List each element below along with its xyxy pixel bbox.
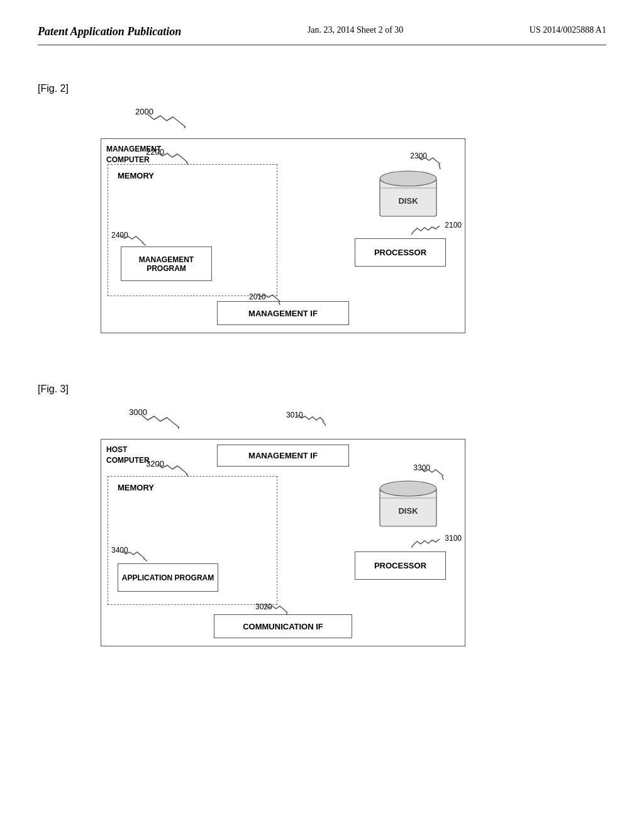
fig2-disk-cylinder: DISK xyxy=(377,169,440,225)
svg-point-5 xyxy=(380,171,436,186)
svg-line-1 xyxy=(186,162,189,168)
page-header: Patent Application Publication Jan. 23, … xyxy=(38,25,606,45)
svg-line-10 xyxy=(178,428,179,434)
fig2-mgmt-if-box: MANAGEMENT IF xyxy=(217,301,349,325)
svg-text:DISK: DISK xyxy=(398,196,418,206)
fig2-processor-number: 2100 xyxy=(445,221,462,230)
fig2-processor-box: PROCESSOR xyxy=(355,238,446,267)
fig3-outer-box: HOSTCOMPUTER MANAGEMENT IF 3200 MEMORY 3 xyxy=(101,439,465,646)
fig2-2300-arrow xyxy=(418,157,443,169)
fig2-label: [Fig. 2] xyxy=(38,83,606,94)
svg-line-11 xyxy=(323,421,326,426)
fig3-3200-arrow xyxy=(157,464,189,480)
fig3-label: [Fig. 3] xyxy=(38,384,606,395)
fig2-2400-arrow xyxy=(121,235,146,248)
figure-2-section: [Fig. 2] 2000 MANAGEMENTCOMPUTER 2200 xyxy=(38,83,606,346)
fig3-app-prog-box: APPLICATION PROGRAM xyxy=(118,563,218,592)
fig3-disk-cylinder: DISK xyxy=(377,479,440,535)
svg-line-3 xyxy=(439,164,440,169)
fig2-2200-arrow xyxy=(157,152,189,168)
fig3-outer-component-label: HOSTCOMPUTER xyxy=(106,445,150,466)
fig3-processor-box: PROCESSOR xyxy=(355,551,446,580)
fig3-mgmt-if-top-box: MANAGEMENT IF xyxy=(217,445,349,467)
fig3-memory-box: 3200 MEMORY 3400 A xyxy=(108,476,277,605)
fig2-memory-box: 2200 MEMORY 2400 M xyxy=(108,164,277,296)
fig3-memory-label: MEMORY xyxy=(118,483,154,492)
fig2-2100-arrow xyxy=(411,226,440,240)
fig3-comm-if-box: COMMUNICATION IF xyxy=(214,614,352,638)
fig3-processor-number: 3100 xyxy=(445,534,462,543)
svg-line-12 xyxy=(186,474,189,480)
header-publication-label: Patent Application Publication xyxy=(38,25,181,38)
header-date-sheet: Jan. 23, 2014 Sheet 2 of 30 xyxy=(308,25,403,35)
fig2-mgmt-prog-box: MANAGEMENTPROGRAM xyxy=(121,246,212,281)
svg-point-16 xyxy=(380,481,436,496)
fig2-2000-arrow xyxy=(148,114,186,133)
page: Patent Application Publication Jan. 23, … xyxy=(0,0,644,830)
fig3-3100-arrow xyxy=(411,539,440,553)
fig3-3000-arrow xyxy=(142,415,179,434)
fig2-memory-label: MEMORY xyxy=(118,171,154,180)
svg-line-0 xyxy=(184,127,186,133)
header-patent-number: US 2014/0025888 A1 xyxy=(530,25,606,35)
svg-line-13 xyxy=(143,558,147,563)
svg-text:DISK: DISK xyxy=(398,506,418,516)
svg-line-14 xyxy=(442,476,443,480)
fig2-outer-box: MANAGEMENTCOMPUTER 2200 MEMORY 2400 xyxy=(101,138,465,333)
fig3-3010-arrow xyxy=(297,415,326,429)
fig3-3400-arrow xyxy=(122,551,147,563)
figure-3-section: [Fig. 3] 3000 3010 HOSTCOMPUTER MANAG xyxy=(38,384,606,672)
